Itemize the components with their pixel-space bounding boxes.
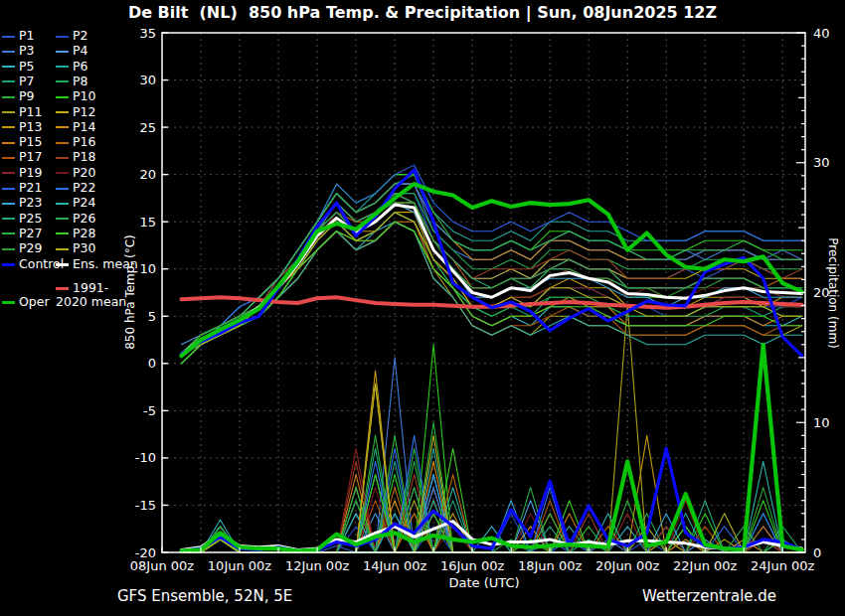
x-tick-label: 10Jun 00z — [208, 558, 272, 573]
series-P11-precip — [182, 306, 802, 552]
x-axis-label: Date (UTC) — [385, 575, 584, 590]
plot-frame — [162, 33, 805, 552]
y-tick-label-left: 25 — [139, 120, 156, 135]
series-P15-precip — [182, 475, 802, 552]
series-P16-precip — [182, 475, 802, 552]
series-P3-precip — [182, 358, 802, 552]
site-caption: Wetterzentrale.de — [642, 587, 776, 605]
x-tick-label: 14Jun 00z — [363, 558, 427, 573]
x-tick-label: 20Jun 00z — [595, 558, 660, 573]
series-P13-precip — [182, 371, 802, 552]
series-P1-temp — [182, 194, 802, 355]
y-tick-label-left: -5 — [143, 403, 156, 418]
series-P12-temp — [182, 194, 802, 355]
series-P22-precip — [182, 435, 802, 552]
y-tick-label-right: 40 — [813, 26, 830, 41]
temp-axis-label: 850 hPa Temp. (°C) — [123, 234, 137, 350]
series-P10-precip — [182, 345, 802, 552]
x-tick-label: 12Jun 00z — [285, 558, 350, 573]
y-tick-label-left: 35 — [139, 26, 156, 41]
y-tick-label-left: 10 — [139, 261, 156, 276]
y-tick-label-left: -15 — [135, 498, 156, 513]
series-P9-precip — [182, 422, 802, 552]
y-tick-label-left: 30 — [139, 73, 156, 87]
x-tick-label: 16Jun 00z — [440, 558, 505, 573]
x-tick-label: 24Jun 00z — [751, 558, 815, 573]
y-tick-label-right: 10 — [813, 415, 830, 430]
y-tick-label-left: 5 — [148, 309, 156, 324]
series-control-temp — [182, 170, 802, 356]
series-control-precip — [182, 448, 802, 550]
x-tick-label: 08Jun 00z — [130, 558, 195, 573]
y-tick-label-right: 30 — [813, 155, 830, 170]
meteogram-screen: De Bilt (NL) 850 hPa Temp. & Precipitati… — [0, 0, 845, 616]
y-tick-label-left: -10 — [135, 450, 156, 465]
series-P4-precip — [182, 475, 802, 552]
model-caption: GFS Ensemble, 52N, 5E — [117, 587, 292, 605]
series-ens-mean-temp — [182, 205, 802, 354]
series-P23-precip — [182, 475, 802, 552]
series-P27-precip — [182, 435, 802, 552]
precip-axis-label: Precipitation (mm) — [826, 237, 840, 349]
x-tick-label: 18Jun 00z — [518, 558, 583, 573]
y-tick-label-left: 20 — [139, 167, 156, 182]
y-tick-label-left: 15 — [139, 215, 156, 230]
x-tick-label: 22Jun 00z — [673, 558, 738, 573]
series-P8-temp — [182, 194, 802, 355]
series-P25-temp — [182, 194, 802, 355]
y-tick-label-left: 0 — [148, 356, 156, 371]
series-P18-temp — [182, 194, 802, 355]
